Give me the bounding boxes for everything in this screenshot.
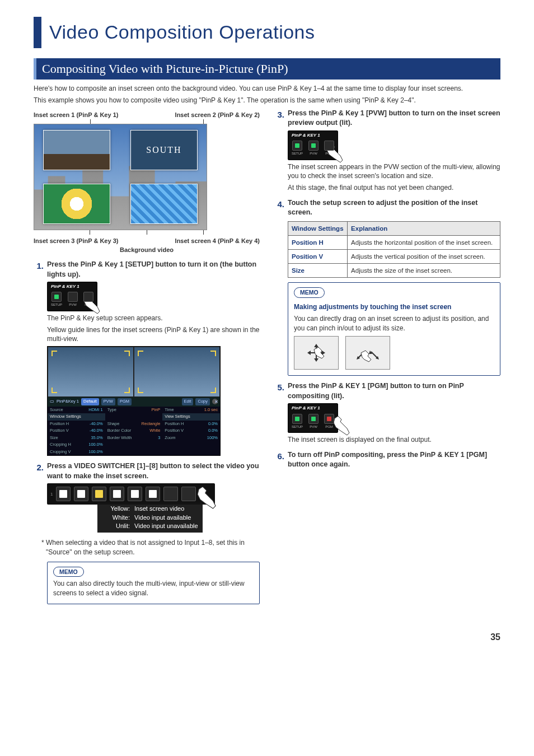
step-4: 4. Touch the setup screen to adjust the … <box>274 198 500 218</box>
panel-title: PinP & KEY 1 <box>288 131 338 138</box>
switcher-button-2[interactable] <box>74 487 88 501</box>
label-inset-2: Inset screen 2 (PinP & Key 2) <box>175 111 260 119</box>
chapter-bar <box>34 17 41 48</box>
step-5: 5. Press the PinP & KEY 1 [PGM] button t… <box>274 381 500 401</box>
step-2-number: 2. <box>34 461 44 481</box>
legend-unlit-val: Video input unavailable <box>134 522 198 530</box>
pvw-pill[interactable]: PVW <box>101 398 115 405</box>
inset-2-thumb: SOUTH <box>130 130 198 170</box>
switcher-button-6[interactable] <box>146 487 160 501</box>
setup-button[interactable] <box>51 292 62 302</box>
step-2: 2. Press a VIDEO SWITCHER [1]–[8] button… <box>34 461 260 481</box>
label-inset-4: Inset screen 4 (PinP & Key 4) <box>175 237 260 245</box>
table-row: Position VAdjusts the vertical position … <box>288 250 500 264</box>
legend-white-key: White: <box>102 514 130 522</box>
memo-pill: MEMO <box>53 567 84 577</box>
step-3: 3. Press the PinP & Key 1 [PVW] button t… <box>274 109 500 128</box>
step-4-number: 4. <box>274 198 284 218</box>
pgm-pill[interactable]: PGM <box>118 398 132 405</box>
setup-name: PinP&Key 1 <box>57 399 79 405</box>
inset-1-thumb <box>43 130 110 170</box>
legend-yellow-key: Yellow: <box>102 505 130 513</box>
setup-button[interactable] <box>292 414 302 424</box>
table-header-2: Explanation <box>348 221 500 235</box>
step-6-number: 6. <box>274 450 284 470</box>
chapter-title: Video Composition Operations <box>49 17 315 48</box>
pvw-button[interactable] <box>68 292 78 302</box>
step-2-body: 1 8 Yellow:Inset screen video White <box>47 483 260 535</box>
switcher-button-1[interactable] <box>56 487 71 501</box>
memo-box-1: MEMO You can also directly touch the mul… <box>47 562 260 604</box>
preview-left <box>48 347 134 397</box>
video-switcher: 1 8 <box>47 483 215 505</box>
memo-pill: MEMO <box>294 287 325 298</box>
switcher-button-7[interactable] <box>163 487 178 501</box>
legend-yellow-val: Inset screen video <box>134 505 184 513</box>
step-1-text: Press the PinP & Key 1 [SETUP] button to… <box>47 260 260 279</box>
close-pill[interactable]: ✕ <box>212 399 218 404</box>
step-3-text: Press the PinP & Key 1 [PVW] button to t… <box>288 109 500 128</box>
section-title: Compositing Video with Picture-in-Pictur… <box>34 58 500 80</box>
memo-2-title: Making adjustments by touching the inset… <box>294 302 494 312</box>
right-column: 3. Press the PinP & Key 1 [PVW] button t… <box>274 109 500 609</box>
setup-table-mid: TypePinP ShapeRectangle Border ColorWhit… <box>105 407 163 456</box>
edit-pill[interactable]: Edit <box>182 398 194 405</box>
pgm-button[interactable] <box>83 292 93 302</box>
step-1: 1. Press the PinP & Key 1 [SETUP] button… <box>34 260 260 279</box>
label-inset-1: Inset screen 1 (PinP & Key 1) <box>34 111 118 119</box>
pvw-button[interactable] <box>308 141 318 151</box>
figure-labels-top: Inset screen 1 (PinP & Key 1) Inset scre… <box>34 111 260 119</box>
step-1-number: 1. <box>34 260 44 279</box>
setup-label: SETUP <box>51 302 62 307</box>
inset-3-thumb <box>43 184 110 224</box>
step-5-body: PinP & KEY 1 SETUP PVW PGM The inset scr… <box>288 403 500 444</box>
setup-label: SETUP <box>292 424 303 429</box>
chapter-header: Video Composition Operations <box>34 17 500 48</box>
step-3-after-2: At this stage, the final output has not … <box>288 183 500 193</box>
step-2-footnote: * When selecting a video that is not ass… <box>41 538 260 557</box>
pvw-button[interactable] <box>308 414 318 424</box>
pgm-button[interactable] <box>324 414 334 424</box>
left-column: Inset screen 1 (PinP & Key 1) Inset scre… <box>34 109 260 609</box>
setup-label: SETUP <box>292 151 303 156</box>
setup-toolbar: ▭ PinP&Key 1 Default PVW PGM Edit Copy ✕ <box>48 397 220 407</box>
setup-button[interactable] <box>292 141 302 151</box>
panel-title: PinP & KEY 1 <box>48 282 97 290</box>
table-header-1: Window Settings <box>288 221 348 235</box>
figure-ticks-bottom <box>34 230 260 235</box>
step-1-after-2: Yellow guide lines for the inset screens… <box>47 325 260 344</box>
legend-white-val: Video input available <box>134 514 191 522</box>
table-row: SizeAdjusts the size of the inset screen… <box>288 264 500 278</box>
table-row: Position HAdjusts the horizontal positio… <box>288 236 500 250</box>
figure-ticks-top <box>34 119 260 124</box>
legend-unlit-key: Unlit: <box>102 522 130 530</box>
switcher-button-4[interactable] <box>110 487 124 501</box>
step-2-text: Press a VIDEO SWITCHER [1]–[8] button to… <box>47 461 260 481</box>
inset-4-thumb <box>130 184 198 224</box>
default-pill[interactable]: Default <box>81 398 99 405</box>
switcher-button-5[interactable] <box>128 487 142 501</box>
step-5-after: The inset screen is displayed on the fin… <box>288 435 500 445</box>
pvw-label: PVW <box>310 151 317 156</box>
pgm-button[interactable] <box>324 141 334 151</box>
step-1-after-1: The PinP & Key setup screen appears. <box>47 314 260 323</box>
label-inset-3: Inset screen 3 (PinP & Key 3) <box>34 237 118 245</box>
figure-labels-bottom: Inset screen 3 (PinP & Key 3) Inset scre… <box>34 237 260 254</box>
switcher-legend: Yellow:Inset screen video White:Video in… <box>97 502 203 533</box>
preview-right <box>134 347 220 397</box>
setup-table-left: SourceHDMI 1 Window Settings Position H-… <box>48 407 105 456</box>
window-settings-table: Window SettingsExplanation Position HAdj… <box>288 221 500 278</box>
step-1-body: PinP & KEY 1 SETUP PVW PGM The PinP & Ke… <box>47 282 260 344</box>
label-background-video: Background video <box>34 246 260 254</box>
step-3-body: PinP & KEY 1 SETUP PVW PGM The inset scr… <box>288 130 500 193</box>
switcher-button-3[interactable] <box>92 487 106 501</box>
step-3-after-1: The inset screen appears in the PVW sect… <box>288 162 500 181</box>
pvw-label: PVW <box>310 424 317 429</box>
copy-pill[interactable]: Copy <box>195 398 210 405</box>
intro-line-2: This example shows you how to composite … <box>34 96 500 105</box>
pinch-gesture-icon <box>345 336 390 370</box>
panel-title: PinP & KEY 1 <box>288 404 338 411</box>
setup-table-right: Time1.0 sec View Settings Position H0.0%… <box>162 407 220 456</box>
intro-block: Here's how to composite an inset screen … <box>34 84 500 105</box>
step-3-number: 3. <box>274 109 284 128</box>
